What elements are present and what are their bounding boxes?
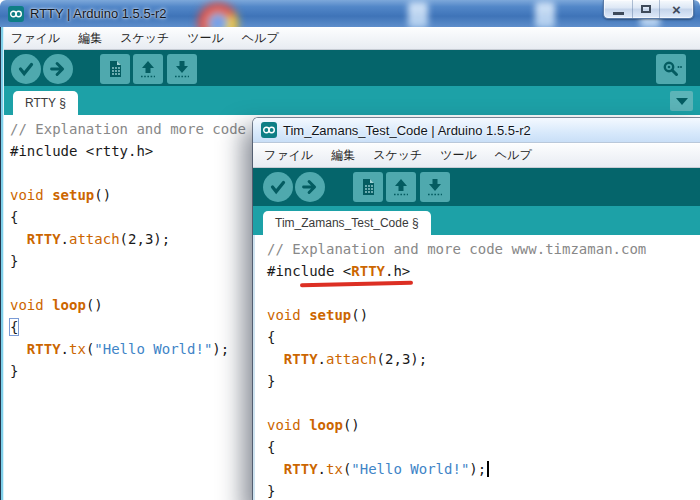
magnifier-icon [659, 57, 683, 81]
save-button[interactable] [167, 54, 197, 84]
serial-monitor-button[interactable] [656, 54, 686, 84]
tab-rtty[interactable]: RTTY § [13, 91, 78, 115]
tab-menu-button[interactable] [670, 91, 693, 111]
code-line: void setup() [267, 304, 700, 326]
titlebar[interactable]: Tim_Zamans_Test_Code | Arduino 1.5.5-r2 [253, 118, 700, 143]
menu-item[interactable]: スケッチ [111, 28, 178, 49]
code-token: tx [69, 341, 86, 357]
menu-item[interactable]: ファイル [255, 145, 322, 166]
code-token: () [343, 417, 360, 433]
code-token: "Hello World!" [351, 461, 469, 477]
code-line: #include <RTTY.h> [267, 260, 700, 282]
code-token: RTTY [27, 231, 61, 247]
verify-button[interactable] [263, 172, 293, 202]
arduino-app-icon [261, 122, 277, 138]
code-token: . [61, 231, 69, 247]
upload-button[interactable] [43, 54, 73, 84]
code-token: setup [52, 187, 94, 203]
menubar: ファイル編集スケッチツールヘルプ [0, 27, 700, 50]
code-token: setup [309, 307, 351, 323]
window-title: Tim_Zamans_Test_Code | Arduino 1.5.5-r2 [283, 123, 531, 138]
down-arrow-icon [423, 175, 447, 199]
save-button[interactable] [420, 172, 450, 202]
code-token [267, 351, 284, 367]
menu-item[interactable]: ヘルプ [233, 28, 288, 49]
code-token: .h> [385, 263, 410, 279]
code-token: // Explanation and more code www.timzama… [267, 241, 646, 257]
code-token: ); [212, 341, 229, 357]
up-arrow-icon [136, 57, 160, 81]
code-token: { [267, 329, 275, 345]
code-line: } [267, 480, 700, 500]
close-button[interactable]: × [660, 0, 693, 18]
document-icon [356, 175, 380, 199]
upload-button[interactable] [295, 172, 325, 202]
titlebar[interactable]: RTTY | Arduino 1.5.5-r2 × [0, 0, 700, 27]
code-token: loop [52, 297, 86, 313]
code-token: } [267, 373, 275, 389]
check-icon [15, 58, 37, 80]
code-token: { [267, 439, 275, 455]
code-token: attach [69, 231, 120, 247]
code-token: (2,3); [120, 231, 171, 247]
code-token: void [267, 417, 309, 433]
code-line: { [267, 326, 700, 348]
code-token: void [10, 297, 52, 313]
toolbar [0, 50, 700, 86]
tab-bar: RTTY § [0, 86, 700, 115]
minimize-button[interactable] [604, 0, 633, 18]
right-arrow-icon [47, 58, 69, 80]
code-token: } [267, 483, 275, 499]
code-token: . [318, 351, 326, 367]
code-token: loop [309, 417, 343, 433]
new-sketch-button[interactable] [100, 54, 130, 84]
close-icon: × [672, 2, 681, 17]
code-editor[interactable]: // Explanation and more code www.timzama… [255, 235, 700, 500]
menu-item[interactable]: ヘルプ [486, 145, 541, 166]
code-token: void [10, 187, 52, 203]
open-button[interactable] [386, 172, 416, 202]
code-line: { [267, 436, 700, 458]
code-line: // Explanation and more code www.timzama… [267, 238, 700, 260]
menu-item[interactable]: 編集 [322, 145, 364, 166]
code-token: void [267, 307, 309, 323]
maximize-button[interactable] [633, 0, 660, 18]
code-token: RTTY [284, 461, 318, 477]
new-sketch-button[interactable] [353, 172, 383, 202]
down-arrow-icon [170, 57, 194, 81]
right-arrow-icon [299, 176, 321, 198]
check-icon [267, 176, 289, 198]
code-token: tx [326, 461, 343, 477]
tab-tim-zamans-test-code[interactable]: Tim_Zamans_Test_Code § [263, 211, 431, 235]
menu-item[interactable]: スケッチ [364, 145, 431, 166]
menu-item[interactable]: ツール [431, 145, 486, 166]
window-title: RTTY | Arduino 1.5.5-r2 [30, 6, 167, 21]
open-button[interactable] [133, 54, 163, 84]
code-token: () [94, 187, 111, 203]
up-arrow-icon [389, 175, 413, 199]
code-token: attach [326, 351, 377, 367]
code-token: () [351, 307, 368, 323]
text-cursor [487, 461, 489, 477]
code-line: void loop() [267, 414, 700, 436]
code-token: . [61, 341, 69, 357]
editor-area[interactable]: // Explanation and more code www.timzama… [253, 235, 700, 500]
document-icon [103, 57, 127, 81]
code-token: } [10, 363, 18, 379]
menu-item[interactable]: ファイル [2, 28, 69, 49]
code-line: } [267, 370, 700, 392]
code-token [10, 341, 27, 357]
code-token: RTTY [284, 351, 318, 367]
code-token [10, 231, 27, 247]
maximize-icon [641, 5, 651, 13]
code-token: { [10, 319, 18, 335]
code-token: // Explanation and more code w [10, 121, 263, 137]
code-token: . [318, 461, 326, 477]
tab-label: Tim_Zamans_Test_Code § [275, 216, 419, 230]
code-token: "Hello World!" [94, 341, 212, 357]
menu-item[interactable]: 編集 [69, 28, 111, 49]
verify-button[interactable] [11, 54, 41, 84]
chevron-down-icon [676, 98, 688, 105]
menu-item[interactable]: ツール [178, 28, 233, 49]
code-token [267, 461, 284, 477]
